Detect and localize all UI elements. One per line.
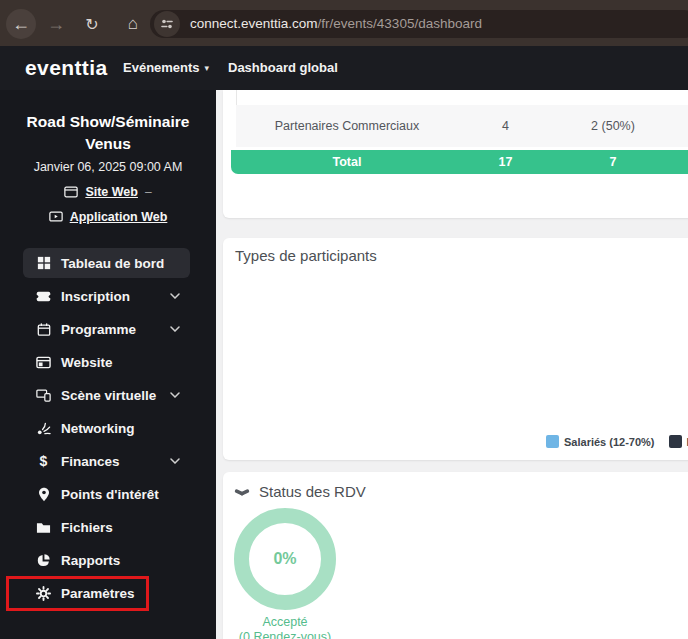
home-icon: ⌂	[128, 14, 138, 34]
chevron-down-icon	[170, 293, 180, 299]
sidebar-item-tableau-de-bord[interactable]: Tableau de bord	[23, 248, 190, 278]
donut-status-label: Accepté	[262, 615, 307, 629]
sidebar-item-website[interactable]: Website	[23, 347, 190, 377]
donut-chart: 0%	[234, 508, 336, 610]
ticket-icon	[36, 289, 51, 304]
caret-down-icon: ▾	[205, 46, 210, 90]
checked-in-cell: 2 (50%)	[553, 119, 673, 133]
total-label-cell: Total	[236, 155, 458, 169]
sidebar-item-label: Networking	[61, 421, 135, 436]
sidebar-item-label: Finances	[61, 454, 120, 469]
calendar-icon	[36, 322, 51, 337]
event-name-line2: Venus	[0, 133, 216, 155]
donut-percent: 0%	[273, 550, 296, 568]
donut-status-sub: (0 Rendez-vous)	[239, 630, 331, 639]
site-web-dash: –	[145, 185, 152, 199]
url-host: connect.eventtia.com	[190, 16, 318, 31]
sidebar-item-label: Tableau de bord	[61, 256, 164, 271]
event-name-line1: Road Show/Séminaire	[0, 111, 216, 133]
sidebar-item-label: Inscription	[61, 289, 130, 304]
sidebar-item-scene-virtuelle[interactable]: Scène virtuelle	[23, 380, 190, 410]
dashboard-global-menu[interactable]: Dashboard global	[228, 46, 338, 90]
eventtia-logo[interactable]: eventtia	[25, 46, 108, 90]
chevron-down-icon	[170, 458, 180, 464]
gear-icon	[36, 586, 51, 601]
map-pin-icon	[36, 487, 51, 502]
devices-icon	[36, 388, 51, 403]
chevron-down-icon	[170, 392, 180, 398]
app-navbar: eventtia Evénements▾ Dashboard global	[0, 46, 688, 90]
dollar-icon: $	[36, 454, 51, 469]
legend-label: Salariés (12-70%)	[564, 436, 655, 448]
browser-icon	[64, 186, 78, 198]
events-menu[interactable]: Evénements▾	[123, 46, 209, 90]
site-web-link[interactable]: Site Web	[85, 185, 138, 199]
sidebar-item-fichiers[interactable]: Fichiers	[23, 512, 190, 542]
site-settings-button[interactable]	[154, 11, 180, 37]
sidebar-item-label: Scène virtuelle	[61, 388, 156, 403]
sidebar-item-finances[interactable]: $ Finances	[23, 446, 190, 476]
tune-icon	[160, 17, 174, 31]
chart-legend: Salariés (12-70%) Part	[546, 435, 688, 448]
reload-button[interactable]: ↻	[77, 9, 107, 39]
folder-icon	[36, 520, 51, 535]
participant-type-cell: Partenaires Commerciaux	[236, 119, 458, 133]
network-icon	[36, 421, 51, 436]
card-title: Types de participants	[235, 247, 377, 264]
browser-icon	[36, 355, 51, 370]
url-path: /fr/events/43305/dashboard	[318, 16, 482, 31]
sidebar-item-label: Fichiers	[61, 520, 113, 535]
sidebar-item-rapports[interactable]: Rapports	[23, 545, 190, 575]
legend-item[interactable]: Part	[669, 435, 688, 448]
sidebar-item-inscription[interactable]: Inscription	[23, 281, 190, 311]
participant-types-card: Types de participants Salariés (12-70%) …	[223, 238, 688, 460]
url-text[interactable]: connect.eventtia.com/fr/events/43305/das…	[190, 10, 482, 38]
participants-table-card: Partenaires Commerciaux 4 2 (50%) Total …	[223, 90, 688, 218]
forward-icon: →	[47, 14, 65, 35]
count-cell: 4	[458, 119, 553, 133]
total-count-cell: 17	[458, 155, 553, 169]
application-web-row: Application Web	[0, 210, 216, 224]
sidebar-menu: Tableau de bord Inscription Programme	[0, 248, 216, 611]
pie-chart-icon	[36, 553, 51, 568]
card-header: Status des RDV	[233, 483, 366, 500]
back-button[interactable]: ←	[6, 9, 36, 39]
forward-button[interactable]: →	[41, 9, 71, 39]
sidebar-item-parametres[interactable]: Paramètres	[23, 578, 190, 608]
sidebar-item-label: Website	[61, 355, 113, 370]
rdv-status-card: Status des RDV 0% Accepté (0 Rendez-vous…	[223, 472, 688, 639]
legend-swatch-dark	[669, 435, 682, 448]
back-icon: ←	[12, 14, 30, 35]
legend-item[interactable]: Salariés (12-70%)	[546, 435, 655, 448]
dashboard-global-label: Dashboard global	[228, 60, 338, 75]
sidebar-item-label: Points d'intérêt	[61, 487, 159, 502]
sidebar-item-points-d-interet[interactable]: Points d'intérêt	[23, 479, 190, 509]
events-menu-label: Evénements	[123, 60, 200, 75]
sidebar-item-programme[interactable]: Programme	[23, 314, 190, 344]
rdv-donut-group: 0% Accepté (0 Rendez-vous)	[223, 508, 347, 639]
sidebar-item-label: Rapports	[61, 553, 120, 568]
home-button[interactable]: ⌂	[118, 9, 148, 39]
chevron-down-icon	[170, 326, 180, 332]
reload-icon: ↻	[85, 15, 98, 34]
handshake-icon	[233, 485, 251, 499]
card-title: Status des RDV	[259, 483, 366, 500]
table-total-row: Total 17 7	[231, 150, 688, 174]
sidebar-item-label: Programme	[61, 322, 136, 337]
sidebar-item-networking[interactable]: Networking	[23, 413, 190, 443]
legend-swatch-blue	[546, 435, 559, 448]
sidebar: Road Show/Séminaire Venus Janvier 06, 20…	[0, 90, 216, 639]
url-bar[interactable]: connect.eventtia.com/fr/events/43305/das…	[150, 10, 688, 38]
web-app-icon	[49, 211, 63, 223]
site-web-row: Site Web –	[0, 185, 216, 199]
total-checked-in-cell: 7	[553, 155, 673, 169]
browser-chrome: ← → ↻ ⌂ connect.eventtia.com/fr/events/4…	[0, 0, 688, 46]
dashboard-icon	[36, 256, 51, 271]
table-row: Partenaires Commerciaux 4 2 (50%)	[236, 105, 688, 147]
sidebar-item-label: Paramètres	[61, 586, 135, 601]
event-date: Janvier 06, 2025 09:00 AM	[0, 160, 216, 174]
main-content: Partenaires Commerciaux 4 2 (50%) Total …	[216, 90, 688, 639]
screen: ← → ↻ ⌂ connect.eventtia.com/fr/events/4…	[0, 0, 688, 639]
application-web-link[interactable]: Application Web	[70, 210, 168, 224]
event-name: Road Show/Séminaire Venus	[0, 111, 216, 155]
